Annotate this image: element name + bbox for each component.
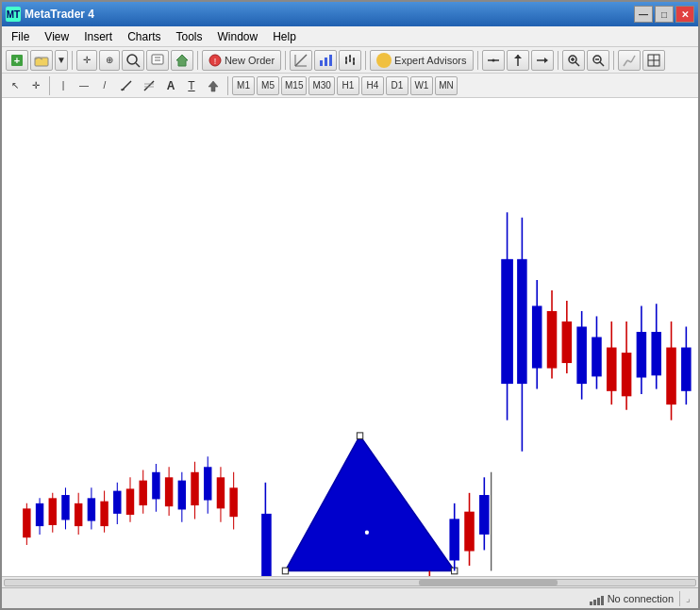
expert-advisors-button[interactable]: Expert Advisors	[370, 50, 473, 71]
svg-rect-92	[75, 503, 82, 526]
crosshair-tool[interactable]: ✛	[26, 76, 45, 95]
angle-line-tool[interactable]	[116, 76, 137, 95]
separator1	[72, 51, 73, 70]
svg-line-48	[144, 81, 154, 91]
chart-icons-btn3[interactable]	[339, 50, 361, 71]
new-order-button[interactable]: ! New Order	[202, 50, 281, 71]
svg-rect-88	[49, 498, 57, 525]
period-m5[interactable]: M5	[257, 76, 279, 95]
scrollbar-thumb[interactable]	[419, 580, 557, 585]
t2-sep1	[49, 76, 50, 95]
period-h4[interactable]: H4	[361, 76, 384, 95]
expert-advisors-icon	[376, 53, 392, 68]
svg-rect-100	[126, 488, 134, 515]
svg-rect-62	[547, 311, 558, 369]
maximize-button[interactable]: □	[655, 6, 674, 23]
svg-marker-32	[544, 58, 548, 63]
svg-marker-30	[514, 55, 522, 58]
period-mn[interactable]: MN	[435, 76, 458, 95]
svg-text:!: !	[214, 57, 217, 66]
menu-bar: File View Insert Charts Tools Window Hel…	[2, 26, 698, 47]
dropdown-arrow[interactable]: ▼	[55, 50, 68, 71]
svg-rect-102	[139, 481, 146, 505]
text-label-tool[interactable]: T	[182, 76, 201, 95]
auto-scroll-btn[interactable]	[531, 50, 554, 71]
menu-charts[interactable]: Charts	[120, 28, 168, 45]
menu-insert[interactable]: Insert	[76, 28, 120, 45]
connection-text: No connection	[608, 593, 674, 604]
cursor-tool[interactable]: ↖	[6, 76, 25, 95]
menu-tools[interactable]: Tools	[169, 28, 210, 45]
svg-marker-51	[208, 81, 218, 91]
period-w1[interactable]: W1	[410, 76, 433, 95]
period-h1[interactable]: H1	[337, 76, 359, 95]
svg-rect-5	[152, 55, 163, 64]
period-d1[interactable]: D1	[386, 76, 408, 95]
title-bar-left: MT MetaTrader 4	[6, 7, 94, 22]
menu-view[interactable]: View	[37, 28, 76, 45]
svg-rect-86	[36, 503, 43, 526]
new-chart-button[interactable]: +	[6, 50, 28, 71]
svg-rect-96	[100, 502, 108, 526]
separator2	[197, 51, 198, 70]
svg-rect-90	[61, 495, 69, 519]
svg-rect-98	[113, 491, 121, 514]
connection-status: No connection	[590, 592, 674, 605]
chart-shift-btn[interactable]	[507, 50, 529, 71]
zoom-out-chart-btn[interactable]	[587, 50, 609, 71]
svg-rect-120	[449, 519, 459, 560]
svg-rect-122	[464, 512, 475, 552]
trend-line-tool[interactable]: /	[95, 76, 114, 95]
scrollbar-track[interactable]	[4, 579, 696, 586]
svg-rect-76	[651, 332, 661, 375]
svg-rect-60	[532, 305, 542, 368]
menu-window[interactable]: Window	[210, 28, 266, 45]
bar3	[597, 598, 600, 605]
svg-line-38	[600, 62, 604, 66]
svg-rect-53	[357, 433, 362, 439]
menu-file[interactable]: File	[4, 28, 37, 45]
chart-area[interactable]: Triangle	[2, 98, 698, 576]
move-button[interactable]: ⊕	[99, 50, 120, 71]
close-button[interactable]: ✕	[675, 6, 694, 23]
period-sep-btn[interactable]	[482, 50, 505, 71]
svg-rect-54	[282, 568, 288, 574]
minimize-button[interactable]: —	[634, 6, 653, 23]
properties-button[interactable]	[146, 50, 169, 71]
zoom-in-chart-btn[interactable]	[562, 50, 585, 71]
separator6	[558, 51, 558, 70]
zoom-in-button[interactable]	[122, 50, 144, 71]
period-m15[interactable]: M15	[281, 76, 307, 95]
resize-grip[interactable]: ⌟	[686, 593, 691, 603]
indicator-btn[interactable]	[618, 50, 641, 71]
separator5	[477, 51, 478, 70]
bar2	[593, 600, 596, 605]
svg-rect-68	[592, 338, 602, 377]
svg-rect-16	[329, 55, 332, 66]
menu-help[interactable]: Help	[265, 28, 304, 45]
svg-rect-106	[165, 477, 173, 506]
separator4	[365, 51, 366, 70]
period-m1[interactable]: M1	[232, 76, 255, 95]
chart-icons-btn1[interactable]	[290, 50, 312, 71]
chart-scrollbar[interactable]	[2, 576, 698, 587]
crosshair-button[interactable]: ✛	[76, 50, 97, 71]
fibonacci-tool[interactable]	[139, 76, 159, 95]
arrow-tool[interactable]	[203, 76, 224, 95]
period-m30[interactable]: M30	[308, 76, 334, 95]
chart-icons-btn2[interactable]	[314, 50, 337, 71]
app-icon: MT	[6, 7, 21, 22]
text-tool[interactable]: A	[161, 76, 180, 95]
horizontal-line-tool[interactable]: —	[75, 76, 93, 95]
svg-point-28	[492, 58, 494, 61]
svg-rect-15	[325, 58, 327, 66]
svg-rect-114	[217, 477, 225, 508]
svg-rect-112	[204, 467, 211, 500]
template-button[interactable]	[171, 50, 193, 71]
svg-rect-116	[229, 487, 237, 517]
svg-rect-118	[261, 514, 272, 576]
vertical-line-tool[interactable]: |	[54, 76, 73, 95]
title-bar-buttons: — □ ✕	[634, 6, 694, 23]
open-button[interactable]	[30, 50, 53, 71]
grid-btn[interactable]	[642, 50, 665, 71]
